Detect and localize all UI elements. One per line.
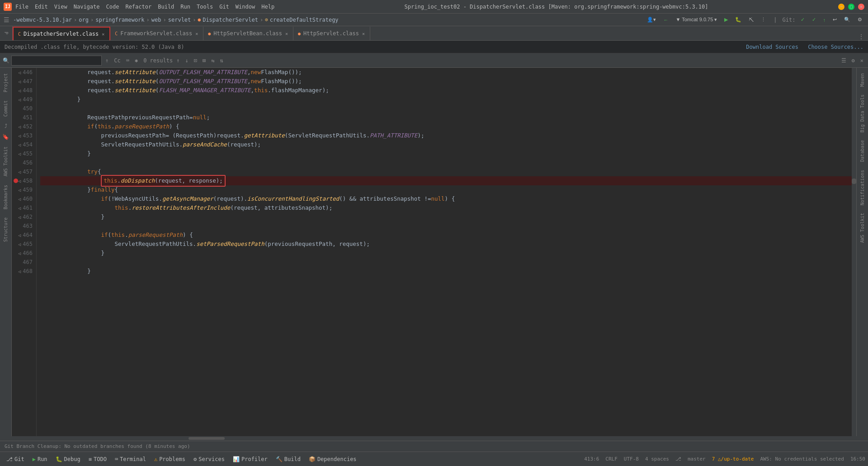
menu-tools[interactable]: Tools — [197, 4, 213, 10]
git-check[interactable]: ✓ — [798, 16, 807, 24]
search-word-btn[interactable]: ✱ — [133, 56, 140, 65]
sidebar-project-icon[interactable]: Project — [3, 70, 8, 96]
tabs-overflow[interactable]: ⋮ — [854, 33, 868, 40]
menu-view[interactable]: View — [54, 4, 67, 10]
sidebar-aws-icon[interactable]: AWS Toolkit — [3, 143, 8, 180]
gutter-457: ◁457 — [12, 167, 36, 176]
search-up-btn[interactable]: ↑ — [175, 56, 181, 65]
code-line-446: request.setAttribute(OUTPUT_FLASH_MAP_AT… — [40, 68, 852, 77]
search-filter-btn[interactable]: ☰ — [840, 56, 848, 65]
git-check2[interactable]: ✓ — [810, 16, 818, 24]
run-btn[interactable]: ▶ — [722, 16, 730, 24]
menu-build[interactable]: Build — [158, 4, 174, 10]
dependencies-panel-btn[interactable]: 📦 Dependencies — [305, 455, 360, 464]
search-input[interactable] — [11, 56, 102, 66]
back-btn[interactable]: ← — [661, 16, 670, 24]
sidebar-bookmark-icon[interactable]: 🔖 — [2, 132, 9, 142]
search-close-btn[interactable]: ✕ — [859, 56, 865, 65]
settings-btn[interactable]: ⚙ — [855, 16, 864, 24]
tab-httpservlet[interactable]: ● HttpServlet.class ✕ — [293, 27, 370, 40]
database-icon[interactable]: Database — [859, 137, 866, 165]
menu-file[interactable]: File — [15, 4, 28, 10]
breadcrumb-item-jar[interactable]: -webmvc-5.3.10.jar — [13, 17, 72, 23]
search-settings-btn[interactable]: ⚙ — [850, 56, 857, 65]
choose-sources-link[interactable]: Choose Sources... — [808, 44, 863, 50]
git-panel-btn[interactable]: ⎇ Git — [3, 455, 28, 464]
run-config[interactable]: ▼ Tomcat 9.0.75 ▾ — [673, 16, 719, 24]
horizontal-scrollbar[interactable] — [0, 436, 868, 441]
breadcrumb-item-org[interactable]: org — [79, 17, 89, 23]
window-controls[interactable]: − □ ✕ — [838, 4, 864, 10]
search-btn[interactable]: 🔍 — [842, 16, 853, 24]
maximize-button[interactable]: □ — [848, 4, 854, 10]
run-panel-btn[interactable]: ▶ Run — [29, 455, 51, 464]
breadcrumb-item-method[interactable]: createDefaultStrategy — [270, 17, 339, 23]
search-sort-btn[interactable]: ⇅ — [218, 56, 225, 65]
debug-btn[interactable]: 🐛 — [733, 16, 744, 24]
line-ending[interactable]: CRLF — [605, 456, 618, 462]
menu-bar[interactable]: File Edit View Navigate Code Refactor Bu… — [15, 4, 274, 10]
search-case-btn[interactable]: ⌨ — [124, 56, 131, 65]
tab-close-httpservlet[interactable]: ✕ — [362, 31, 365, 37]
menu-refactor[interactable]: Refactor — [125, 4, 151, 10]
tab-httpservletbean[interactable]: ● HttpServletBean.class ✕ — [203, 27, 293, 40]
project-icon[interactable]: P — [4, 32, 9, 34]
services-panel-btn[interactable]: ⚙ Services — [190, 455, 228, 464]
aws-toolkit-icon[interactable]: AWS Toolkit — [859, 209, 866, 246]
sidebar-bookmarks-icon[interactable]: Bookmarks — [3, 181, 8, 213]
problems-panel-btn[interactable]: ⚠ Problems — [151, 455, 189, 464]
code-editor: request.setAttribute(OUTPUT_FLASH_MAP_AT… — [37, 68, 852, 436]
coverage-btn[interactable]: ⛏ — [746, 16, 756, 24]
terminal-panel-btn[interactable]: ⌨ Terminal — [111, 455, 150, 464]
user-icon[interactable]: 👤▾ — [645, 16, 658, 24]
indent[interactable]: 4 spaces — [645, 456, 669, 462]
breadcrumb-item-web[interactable]: web — [151, 17, 161, 23]
encoding[interactable]: UTF-8 — [624, 456, 639, 462]
menu-run[interactable]: Run — [180, 4, 190, 10]
search-next-btn[interactable]: Cc — [112, 56, 122, 65]
left-sidebar-toggle[interactable]: ☰ — [4, 16, 9, 24]
big-data-tools-icon[interactable]: Big Data Tools — [859, 91, 866, 136]
breadcrumb-bar: ☰ -webmvc-5.3.10.jar › org › springframe… — [0, 14, 868, 26]
download-sources-link[interactable]: Download Sources — [746, 44, 798, 50]
build-panel-btn[interactable]: 🔨 Build — [272, 455, 304, 464]
todo-panel-btn[interactable]: ≡ TODO — [85, 455, 110, 464]
menu-help[interactable]: Help — [261, 4, 274, 10]
debug-panel-btn[interactable]: 🐛 Debug — [52, 455, 84, 464]
tab-dispatcherservlet[interactable]: C DispatcherServlet.class ✕ — [13, 27, 110, 40]
sidebar-pullreq-icon[interactable]: ⤴ — [5, 121, 7, 131]
sidebar-structure-icon[interactable]: Structure — [3, 214, 8, 245]
sidebar-commit-icon[interactable]: Commit — [3, 97, 8, 120]
maven-icon[interactable]: Maven — [859, 70, 866, 90]
search-expand-btn[interactable]: ⊞ — [201, 56, 208, 65]
tab-frameworkservlet[interactable]: C FrameworkServlet.class ✕ — [110, 27, 203, 40]
branch-name[interactable]: master — [688, 456, 706, 462]
menu-navigate[interactable]: Navigate — [74, 4, 100, 10]
services-panel-icon: ⚙ — [193, 456, 197, 462]
search-prev-btn[interactable]: ⇑ — [104, 56, 110, 65]
minimize-button[interactable]: − — [838, 4, 844, 10]
notifications-icon[interactable]: Notifications — [859, 166, 866, 209]
more-btn[interactable]: ⋮ — [759, 16, 768, 24]
menu-code[interactable]: Code — [106, 4, 119, 10]
git-push[interactable]: ↑ — [821, 16, 828, 24]
tab-close-dispatcherservlet[interactable]: ✕ — [101, 31, 105, 37]
tab-close-frameworkservlet[interactable]: ✕ — [195, 31, 198, 37]
breakpoint-458[interactable] — [14, 179, 18, 183]
vertical-scrollbar[interactable] — [852, 68, 856, 436]
breadcrumb-item-springframework[interactable]: springframework — [95, 17, 144, 23]
code-line-461: this.restoreAttributesAfterInclude(reque… — [40, 203, 852, 212]
profiler-panel-btn[interactable]: 📊 Profiler — [229, 455, 271, 464]
breadcrumb-item-dispatcherservlet[interactable]: DispatcherServlet — [203, 17, 258, 23]
search-wrap-btn[interactable]: ⊡ — [192, 56, 199, 65]
breadcrumb-item-servlet[interactable]: servlet — [168, 17, 191, 23]
git-undo[interactable]: ↩ — [830, 16, 839, 24]
search-down-btn[interactable]: ↓ — [183, 56, 190, 65]
tab-close-httpservletbean[interactable]: ✕ — [285, 31, 288, 37]
gutter-449: ◁449 — [12, 95, 36, 104]
search-extract-btn[interactable]: ⇆ — [209, 56, 216, 65]
menu-window[interactable]: Window — [236, 4, 255, 10]
close-button[interactable]: ✕ — [858, 4, 864, 10]
menu-edit[interactable]: Edit — [35, 4, 48, 10]
menu-git[interactable]: Git — [219, 4, 229, 10]
